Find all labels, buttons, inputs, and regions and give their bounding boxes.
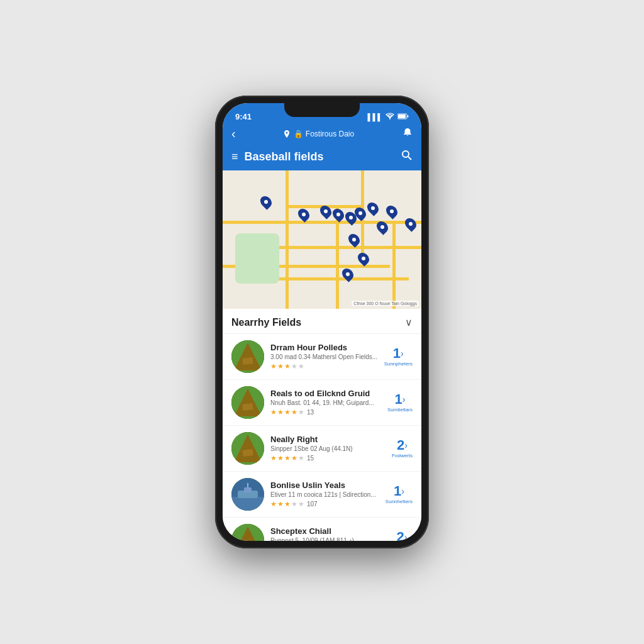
field-info: Reals to od Eilcknd GruidNnuh Bast. 01 4…	[270, 389, 381, 416]
wifi-icon	[386, 113, 394, 121]
field-info: Neally RightSinpper 1Sbe 02 Aug (44.1N)★…	[270, 435, 386, 462]
svg-point-31	[245, 533, 251, 540]
star-icon: ★	[298, 500, 304, 508]
star-icon: ★	[270, 408, 277, 416]
field-chevron-icon[interactable]: ›	[404, 440, 408, 450]
nearby-chevron[interactable]: ∨	[405, 316, 413, 328]
field-chevron-icon[interactable]: ›	[404, 532, 408, 541]
road	[223, 221, 421, 224]
road-v	[336, 208, 339, 309]
field-chevron-icon[interactable]: ›	[401, 348, 404, 358]
map-pin[interactable]	[355, 207, 366, 221]
field-description: Etiver 11 m cooica 121s | Sdirection...	[270, 491, 379, 498]
field-number: 1	[394, 484, 401, 498]
app-bar-title: Baseball fields	[245, 150, 395, 164]
field-item[interactable]: Bonlise Uslin YealsEtiver 11 m cooica 12…	[223, 472, 421, 518]
svg-rect-23	[231, 497, 264, 511]
field-item[interactable]: Reals to od Eilcknd GruidNnuh Bast. 01 4…	[223, 380, 421, 426]
map-pin[interactable]	[333, 208, 344, 222]
map-pin[interactable]	[367, 202, 379, 216]
field-sub-label: Fodwerts	[392, 453, 413, 458]
field-description: Sinpper 1Sbe 02 Aug (44.1N)	[270, 445, 386, 452]
star-icon: ★	[270, 454, 277, 462]
svg-rect-2	[398, 114, 406, 118]
star-icon: ★	[291, 408, 297, 416]
svg-point-16	[245, 396, 251, 402]
star-icon: ★	[291, 500, 297, 508]
field-chevron-icon[interactable]: ›	[402, 394, 406, 404]
field-name: Neally Right	[270, 435, 386, 444]
content-area: Nearrhy Fields ∨ Drram Hour Polleds3.00 …	[223, 309, 421, 541]
battery-icon	[397, 113, 409, 121]
star-icon: ★	[284, 362, 291, 370]
rating-count: 13	[307, 409, 314, 416]
map-area[interactable]: ★	[223, 170, 421, 309]
nearby-section-header[interactable]: Nearrhy Fields ∨	[223, 309, 421, 334]
star-icon: ★	[270, 500, 277, 508]
field-name: Shceptex Chiall	[270, 526, 385, 536]
field-action[interactable]: 2 ›Fodwerts	[392, 438, 413, 458]
map-pin[interactable]	[377, 221, 388, 235]
search-button[interactable]	[401, 150, 413, 164]
map-pin[interactable]	[405, 218, 416, 231]
field-number: 1	[395, 392, 402, 406]
star-icon: ★	[291, 362, 297, 370]
field-thumbnail	[231, 524, 264, 541]
field-stars: ★★★★★107	[270, 500, 379, 508]
star-icon: ★	[284, 454, 291, 462]
road	[273, 277, 409, 280]
status-icons: ▌▌▌	[368, 113, 409, 121]
svg-rect-3	[408, 115, 409, 117]
svg-rect-10	[243, 357, 253, 364]
field-stars: ★★★★★13	[270, 408, 381, 416]
notification-icon[interactable]	[402, 128, 413, 140]
star-icon: ★	[291, 454, 297, 462]
star-icon: ★	[270, 362, 277, 370]
road-v	[286, 170, 289, 309]
star-icon: ★	[277, 408, 284, 416]
map-pin[interactable]: ★	[260, 196, 272, 209]
star-icon: ★	[277, 362, 284, 370]
back-button[interactable]: ‹	[231, 126, 236, 141]
field-sub-label: Sunnpheters	[384, 361, 413, 367]
field-description: Punpost 5, 10/09 (1AM 811 ♪)	[270, 537, 385, 541]
star-icon: ★	[284, 408, 291, 416]
field-item[interactable]: Drram Hour Polleds3.00 mad 0.34 Mathersl…	[223, 334, 421, 380]
field-sub-label: Sumtietlars	[387, 407, 413, 413]
map-pin[interactable]	[386, 205, 397, 219]
field-thumbnail	[231, 386, 264, 419]
svg-point-5	[402, 151, 409, 157]
field-item[interactable]: Neally RightSinpper 1Sbe 02 Aug (44.1N)★…	[223, 426, 421, 472]
map-pin[interactable]	[358, 252, 369, 266]
map-pin[interactable]	[348, 233, 360, 247]
field-name: Reals to od Eilcknd Gruid	[270, 389, 381, 398]
field-item[interactable]: Shceptex ChiallPunpost 5, 10/09 (1AM 811…	[223, 518, 421, 541]
field-description: Nnuh Bast. 01 44, 19. HM; Guipard...	[270, 399, 381, 406]
svg-point-21	[245, 441, 251, 448]
map-pin[interactable]	[320, 205, 331, 219]
star-icon: ★	[277, 500, 284, 508]
field-name: Drram Hour Polleds	[270, 343, 378, 352]
app-bar: ≡ Baseball fields	[223, 145, 421, 170]
field-action[interactable]: 2 ›Brondoes	[391, 530, 413, 541]
map-pin[interactable]	[342, 268, 353, 282]
field-info: Bonlise Uslin YealsEtiver 11 m cooica 12…	[270, 480, 379, 508]
rating-count: 15	[307, 455, 314, 462]
field-chevron-icon[interactable]: ›	[401, 486, 404, 496]
road-v	[392, 221, 396, 309]
field-action[interactable]: 1 ›Sunnhetters	[386, 484, 413, 504]
field-description: 3.00 mad 0.34 Mathersl Open Fields...	[270, 353, 378, 360]
field-number: 2	[397, 438, 404, 452]
map-pin[interactable]	[298, 208, 309, 222]
field-action[interactable]: 1 ›Sumtietlars	[387, 392, 413, 413]
field-sub-label: Sunnhetters	[386, 499, 413, 504]
star-icon: ★	[298, 454, 304, 462]
field-action[interactable]: 1 ›Sunnpheters	[384, 347, 413, 367]
phone-screen: 9:41 ▌▌▌	[223, 103, 421, 541]
star-icon: ★	[298, 362, 304, 370]
nav-title: 🔒 Fostirous Daio	[284, 130, 354, 138]
map-attribution: Cthse 300 O Nuue Tain Gologgs	[352, 301, 419, 306]
field-stars: ★★★★★	[270, 362, 378, 370]
phone-notch	[284, 103, 360, 117]
hamburger-icon[interactable]: ≡	[231, 150, 238, 164]
